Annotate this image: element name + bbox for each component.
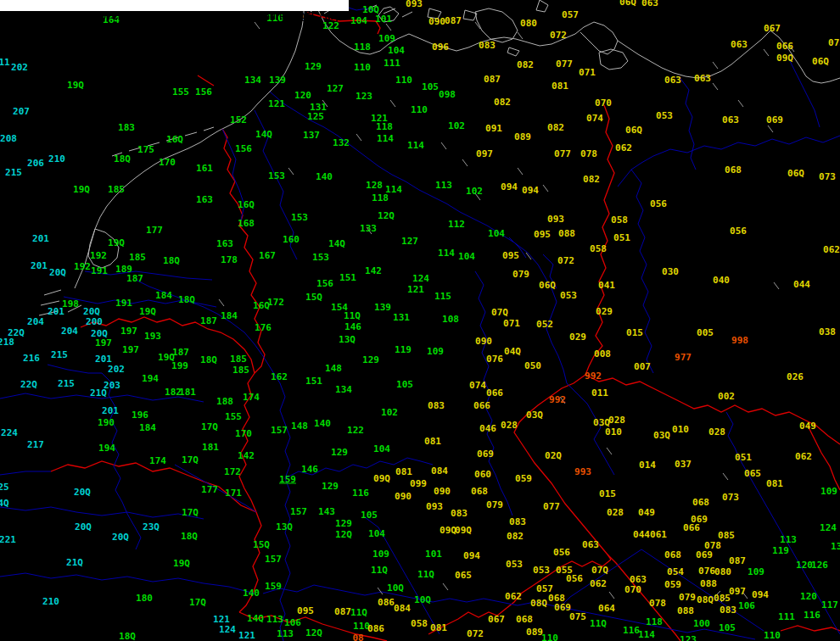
station-value: 123 (356, 92, 372, 101)
station-value: 10Q (414, 595, 431, 605)
station-value: 082 (494, 98, 511, 107)
station-value: 062 (615, 143, 632, 153)
station-value: 153 (291, 213, 308, 222)
station-value: 06Q (812, 57, 829, 66)
station-value: 06Q (619, 0, 636, 7)
station-value: 011 (591, 388, 608, 398)
station-value: 056 (553, 548, 570, 557)
station-value: 093 (547, 215, 564, 224)
station-value: 993 (574, 467, 591, 477)
station-value: 083 (509, 517, 526, 527)
station-value: 105 (719, 623, 736, 633)
station-value: 12Q (378, 211, 395, 220)
station-value: 081 (424, 437, 441, 446)
station-value: 159 (265, 582, 282, 591)
station-value: 170 (159, 158, 176, 167)
station-value: 053 (656, 111, 673, 120)
station-value: 215 (51, 350, 68, 360)
station-value: 063 (641, 0, 658, 8)
station-value: 087 (729, 556, 746, 566)
station-value: 19Q (67, 81, 84, 90)
station-value: 08Q (530, 599, 547, 608)
station-value: 088 (700, 579, 717, 588)
station-value: 093 (406, 0, 423, 8)
station-value: 079 (679, 593, 696, 602)
weather-map-window: 10Q1641161041011221091181040930900870960… (0, 0, 840, 641)
station-value: 008 (594, 349, 611, 359)
station-value: 110 (541, 633, 558, 641)
station-value: 126 (811, 560, 828, 570)
station-value: 117 (821, 600, 838, 610)
station-value: 046 (479, 424, 496, 433)
station-value: 087 (445, 16, 462, 25)
station-value: 090 (395, 492, 412, 501)
station-value: 079 (512, 270, 529, 279)
station-value: 184 (155, 291, 172, 300)
station-value: 10Q (387, 583, 404, 593)
station-value: 063 (722, 115, 739, 125)
station-value: 070 (624, 585, 641, 594)
station-value: 156 (195, 87, 212, 97)
station-value: 137 (303, 131, 320, 140)
station-value: 14Q (328, 239, 345, 248)
station-value: 058 (611, 215, 628, 225)
station-value: 104 (368, 529, 385, 538)
station-value: 160 (283, 235, 300, 244)
station-value: 093 (426, 502, 443, 511)
title-bar[interactable]: SON 23.09.18 18:00 UTC Bodenwettermeldun… (0, 0, 349, 11)
station-value: 129 (362, 355, 379, 365)
station-value: 207 (13, 107, 30, 116)
station-value: 12Q (305, 628, 322, 638)
station-value: 090 (434, 487, 451, 496)
station-value: 210 (42, 597, 59, 606)
station-value: 204 (27, 317, 44, 326)
station-value: 109 (427, 347, 444, 356)
station-value: 076 (486, 354, 503, 364)
station-value: 010 (605, 427, 622, 437)
station-value: 23Q (143, 522, 160, 532)
station-value: 11Q (371, 566, 388, 575)
station-value: 068 (725, 165, 742, 175)
station-value: 197 (122, 345, 139, 354)
station-value: 083 (479, 41, 496, 50)
station-value: 087 (334, 607, 351, 616)
station-value: 072 (557, 256, 574, 265)
station-value: 078 (580, 149, 597, 159)
station-value: 056 (566, 574, 583, 583)
station-value: 063 (694, 74, 711, 83)
station-value: 140 (314, 419, 331, 428)
station-value: 17Q (189, 598, 206, 607)
station-value: 06Q (625, 125, 642, 135)
station-value: 010 (672, 425, 689, 434)
station-value: 061 (650, 530, 667, 539)
station-value: 052 (536, 320, 553, 329)
station-value: 063 (630, 575, 647, 584)
station-value: 07Q (591, 566, 608, 575)
station-value: 13Q (339, 335, 356, 344)
station-value: 177 (201, 485, 218, 494)
station-value: 110 (764, 631, 781, 640)
station-value: 132 (333, 138, 350, 148)
station-value: 134 (335, 385, 352, 394)
station-value: 21Q (90, 388, 107, 398)
station-value: 180 (136, 594, 153, 603)
station-value: 201 (31, 261, 48, 270)
station-value: 096 (432, 42, 449, 52)
station-value: 191 (115, 298, 132, 308)
station-value: 112 (448, 220, 465, 229)
station-value: 148 (291, 421, 308, 431)
station-value: 099 (410, 479, 427, 488)
station-value: 19Q (173, 559, 190, 568)
station-value: 097 (476, 149, 493, 159)
station-value: 063 (664, 75, 681, 85)
station-value: 104 (458, 252, 475, 261)
station-value: 029 (596, 307, 613, 316)
station-value: 040 (713, 276, 730, 285)
station-value: 104 (350, 16, 367, 25)
station-value: 090 (428, 17, 445, 26)
station-value: 116 (352, 488, 369, 498)
station-value: 191 (91, 266, 108, 276)
station-value: 050 (524, 361, 541, 371)
station-value: 077 (554, 149, 571, 159)
station-value: 201 (32, 234, 49, 243)
